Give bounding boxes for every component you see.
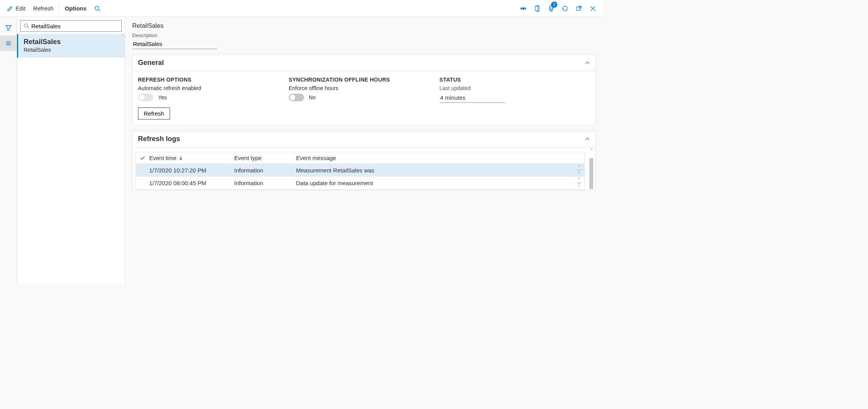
office-button[interactable] <box>530 0 544 17</box>
search-button[interactable] <box>90 0 104 17</box>
logs-scrollbar[interactable]: ˄ <box>589 147 594 190</box>
funnel-icon <box>5 24 12 31</box>
step-track <box>577 182 581 184</box>
detail-pane: RetailSales Description General REFRESH … <box>125 17 603 284</box>
col-event-time-label: Event time <box>149 155 177 161</box>
enforce-offline-label: Enforce offline hours <box>289 85 432 91</box>
logs-grid: Event time Event type Event message 1/7/… <box>136 152 585 190</box>
refresh-label: Refresh <box>33 5 54 12</box>
refresh-logs-heading: Refresh logs <box>138 135 180 143</box>
edit-label: Edit <box>15 5 26 12</box>
list-scrollbar[interactable]: ˄ <box>120 33 125 284</box>
svg-point-0 <box>95 6 99 10</box>
table-row[interactable]: 1/7/2020 10:27:20 PM Information Measure… <box>136 164 584 177</box>
description-label: Description <box>132 32 596 38</box>
auto-refresh-label: Automatic refresh enabled <box>138 85 281 91</box>
integration-button[interactable] <box>516 0 530 17</box>
step-down-icon[interactable]: ˅ <box>576 184 582 189</box>
scroll-up-icon[interactable]: ˄ <box>121 33 124 39</box>
list-search-input[interactable] <box>31 23 118 29</box>
options-label: Options <box>65 5 87 12</box>
select-all-checkbox[interactable] <box>136 155 149 161</box>
description-field[interactable] <box>132 40 217 49</box>
reload-icon <box>562 5 568 12</box>
toolbar: Edit Refresh Options 0 <box>0 0 603 17</box>
enforce-offline-value: No <box>309 94 316 101</box>
svg-rect-2 <box>577 7 580 10</box>
edit-button[interactable]: Edit <box>3 0 29 17</box>
cell-msg: Data update for measurement <box>296 180 584 186</box>
search-icon <box>94 5 100 12</box>
scroll-thumb[interactable] <box>589 158 593 189</box>
col-event-type[interactable]: Event type <box>234 155 296 161</box>
step-track <box>577 170 581 171</box>
col-event-message[interactable]: Event message <box>296 155 584 161</box>
cell-msg: Measurement RetailSales was <box>296 167 584 174</box>
office-icon <box>534 5 540 12</box>
sync-col: SYNCHRONIZATION OFFLINE HOURS Enforce of… <box>289 77 439 119</box>
reload-button[interactable] <box>558 0 572 17</box>
chevron-up-icon <box>585 136 590 142</box>
step-up-icon[interactable]: ˄ <box>576 164 582 169</box>
popout-icon <box>576 5 582 12</box>
attachments-button[interactable]: 0 <box>544 0 558 17</box>
table-row[interactable]: 1/7/2020 08:00:45 PM Information Data up… <box>136 177 584 189</box>
page-title: RetailSales <box>132 22 596 29</box>
auto-refresh-value: Yes <box>158 94 167 101</box>
cell-type: Information <box>234 180 296 186</box>
cell-type: Information <box>234 167 296 174</box>
refresh-logs-header[interactable]: Refresh logs <box>133 131 596 147</box>
general-heading: General <box>138 59 164 67</box>
search-icon <box>24 23 29 29</box>
logs-grid-header: Event time Event type Event message <box>136 152 584 164</box>
check-icon <box>140 155 145 161</box>
svg-line-4 <box>27 27 29 29</box>
chevron-up-icon <box>585 60 590 66</box>
sort-down-icon <box>179 156 183 160</box>
status-col: STATUS Last updated 4 minutes <box>439 77 590 119</box>
col-event-time[interactable]: Event time <box>149 155 234 161</box>
refresh-logs-card: Refresh logs Event time Event type Ev <box>132 131 596 190</box>
scroll-up-icon[interactable]: ˄ <box>589 147 594 153</box>
last-updated-value: 4 minutes <box>439 94 505 103</box>
list-item[interactable]: RetailSales RetailSales <box>17 34 125 58</box>
toolbar-separator <box>59 3 59 14</box>
refresh-options-col: REFRESH OPTIONS Automatic refresh enable… <box>138 77 289 119</box>
nav-rail <box>0 17 17 284</box>
enforce-offline-toggle[interactable] <box>289 94 304 101</box>
refresh-options-heading: REFRESH OPTIONS <box>138 77 281 83</box>
status-heading: STATUS <box>439 77 582 83</box>
diamond-icon <box>520 5 527 12</box>
attachments-badge: 0 <box>551 2 557 8</box>
options-button[interactable]: Options <box>61 0 90 17</box>
list-item-subtitle: RetailSales <box>24 47 119 53</box>
cell-time: 1/7/2020 08:00:45 PM <box>149 180 234 186</box>
last-updated-label: Last updated <box>439 85 582 91</box>
pencil-icon <box>7 5 13 12</box>
cell-time: 1/7/2020 10:27:20 PM <box>149 167 234 174</box>
close-button[interactable] <box>586 0 600 17</box>
list-pane: RetailSales RetailSales ˄ <box>17 17 125 284</box>
svg-line-1 <box>99 10 100 11</box>
step-up-icon[interactable]: ˄ <box>576 177 582 182</box>
row-stepper[interactable]: ˄ ˅ <box>576 177 582 189</box>
refresh-button[interactable]: Refresh <box>29 0 58 17</box>
auto-refresh-toggle[interactable] <box>138 94 153 101</box>
list-icon <box>5 40 12 47</box>
list-item-title: RetailSales <box>24 38 119 46</box>
general-card: General REFRESH OPTIONS Automatic refres… <box>132 55 596 125</box>
sync-heading: SYNCHRONIZATION OFFLINE HOURS <box>289 77 432 83</box>
close-icon <box>590 5 596 12</box>
row-stepper[interactable]: ˄ ˅ <box>576 164 582 177</box>
popout-button[interactable] <box>572 0 586 17</box>
list-view-button[interactable] <box>0 36 17 51</box>
refresh-action-button[interactable]: Refresh <box>138 107 170 119</box>
step-down-icon[interactable]: ˅ <box>576 171 582 177</box>
list-search[interactable] <box>20 20 122 32</box>
svg-point-3 <box>24 24 28 27</box>
filter-button[interactable] <box>0 20 17 36</box>
general-header[interactable]: General <box>133 55 596 71</box>
